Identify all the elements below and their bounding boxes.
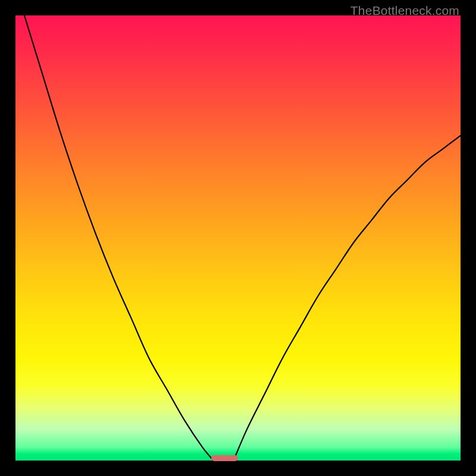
- chart-frame: TheBottleneck.com: [0, 0, 476, 476]
- optimal-marker: [211, 455, 238, 461]
- bottleneck-curve: [15, 15, 461, 461]
- watermark-text: TheBottleneck.com: [350, 4, 459, 18]
- curve-left-branch: [24, 15, 214, 461]
- plot-area: [15, 15, 461, 461]
- curve-right-branch: [234, 136, 461, 461]
